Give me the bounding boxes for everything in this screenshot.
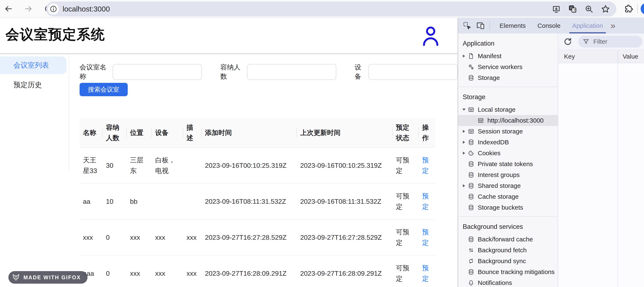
database-icon [468,193,475,200]
tree-item[interactable]: Interest groups [458,169,558,180]
storage-view: Key Value [558,33,644,287]
tree-item[interactable]: http://localhost:3000 [458,115,558,126]
tree-item[interactable]: Storage buckets [458,202,558,213]
database-icon [468,139,475,146]
forward-arrow-icon [24,4,33,13]
tree-item[interactable]: Background sync [458,256,558,267]
tree-item[interactable]: Notifications [458,277,558,287]
table-row: 天王星3330三层东白板，电视2023-09-16T00:10:25.319Z2… [80,148,436,184]
sync-arrows-icon [468,258,475,265]
equipment-input[interactable] [368,64,458,80]
table-cell: xxx [183,220,202,256]
chevron-right-icon[interactable] [461,54,467,58]
install-page-icon[interactable] [552,4,561,13]
profile-avatar-icon[interactable] [641,3,644,15]
browser-toolbar: localhost:3000 G文 [0,0,644,18]
table-cell: xxx [183,256,202,287]
tree-item[interactable]: Cache storage [458,191,558,202]
gifox-label: MADE WITH GIFOX [24,275,81,281]
book-room-link[interactable]: 预定 [422,192,429,210]
capacity-input[interactable] [247,64,336,80]
search-rooms-button[interactable]: 搜索会议室 [80,83,128,96]
bell-icon [468,280,475,286]
tree-section-title: Background services [458,220,558,234]
page-title: 会议室预定系统 [0,18,458,44]
database-icon [468,236,475,243]
more-tabs-icon[interactable]: » [610,21,615,31]
tree-item-label: Cookies [478,150,500,157]
up-down-arrows-icon [468,247,475,254]
tree-item[interactable]: Local storage [458,104,558,115]
inspect-cursor-icon[interactable] [463,21,472,30]
tree-section-title: Application [458,37,558,51]
column-header: 操作 [419,118,436,148]
table-header-row: 名称容纳人数位置设备描述添加时间上次更新时间预定状态操作 [80,118,436,148]
value-column-header[interactable]: Value [618,53,638,60]
kv-table-body[interactable] [558,63,644,287]
storage-toolbar [558,33,644,50]
key-column-header[interactable]: Key [558,50,618,63]
refresh-icon[interactable] [563,37,572,46]
devtools-tab-console[interactable]: Console [532,18,566,33]
tree-item[interactable]: Private state tokens [458,159,558,169]
table-row: aaa0xxxxxxxxx2023-09-27T16:28:09.291Z202… [80,256,436,287]
document-icon [468,53,475,59]
tree-item-label: Shared storage [478,182,521,189]
tree-item[interactable]: Service workers [458,61,558,72]
devtools-tab-application[interactable]: Application [566,18,609,33]
tree-item[interactable]: Session storage [458,126,558,137]
table-cell: 预定 [419,148,436,184]
back-arrow-icon[interactable] [4,4,13,13]
search-field-capacity: 容纳人数 [220,63,336,81]
person-icon[interactable] [422,26,439,46]
bookmark-star-icon[interactable] [601,4,610,13]
table-cell: 可预定 [392,220,419,256]
address-bar[interactable]: localhost:3000 G文 [46,1,616,16]
tree-item[interactable]: Manifest [458,51,558,61]
table-cell [152,184,183,220]
tree-item-label: Back/forward cache [478,236,533,243]
database-icon [468,74,475,81]
tree-item[interactable]: Back/forward cache [458,234,558,245]
table-cell: xxx [152,220,183,256]
device-toolbar-icon[interactable] [476,21,485,30]
toolbar-separator [637,4,638,13]
sidebar-item[interactable]: 会议室列表 [0,56,66,74]
chevron-down-icon[interactable] [461,108,467,111]
zoom-in-icon[interactable] [584,4,593,13]
column-header: 名称 [80,118,102,148]
url-text[interactable]: localhost:3000 [62,5,110,13]
filter-box[interactable] [578,36,642,47]
tree-item[interactable]: Cookies [458,148,558,159]
table-cell: 预定 [419,256,436,287]
table-cell: 预定 [419,220,436,256]
book-room-link[interactable]: 预定 [422,156,429,174]
table-cell: 三层东 [127,148,152,184]
table-row: xxx0xxxxxxxxx2023-09-27T16:27:28.529Z202… [80,220,436,256]
web-page: 会议室预定系统 会议室列表预定历史 会议室名称 容纳人数 [0,18,458,287]
tree-item[interactable]: Shared storage [458,180,558,191]
devtools-tab-elements[interactable]: Elements [494,18,532,33]
capacity-label: 容纳人数 [220,63,244,81]
chevron-right-icon[interactable] [461,129,467,133]
chevron-right-icon[interactable] [461,151,467,155]
tree-section-title: Storage [458,90,558,104]
sidebar-item[interactable]: 预定历史 [0,76,69,94]
tree-item[interactable]: Storage [458,72,558,83]
filter-input[interactable] [593,38,638,45]
tree-item[interactable]: IndexedDB [458,137,558,148]
chevron-right-icon[interactable] [461,184,467,188]
book-room-link[interactable]: 预定 [422,228,429,247]
tree-item[interactable]: Background fetch [458,245,558,256]
search-field-room-name: 会议室名称 [80,63,202,81]
extensions-puzzle-icon[interactable] [624,4,634,13]
rooms-table: 名称容纳人数位置设备描述添加时间上次更新时间预定状态操作 天王星3330三层东白… [80,118,436,287]
chevron-right-icon[interactable] [461,140,467,144]
sidebar: 会议室列表预定历史 [0,54,69,171]
tree-item[interactable]: Bounce tracking mitigations [458,267,558,277]
translate-icon[interactable]: G文 [568,4,577,13]
site-info-icon[interactable] [48,3,59,14]
book-room-link[interactable]: 预定 [422,264,429,283]
tree-item-label: Local storage [478,106,516,113]
room-name-input[interactable] [113,64,202,80]
